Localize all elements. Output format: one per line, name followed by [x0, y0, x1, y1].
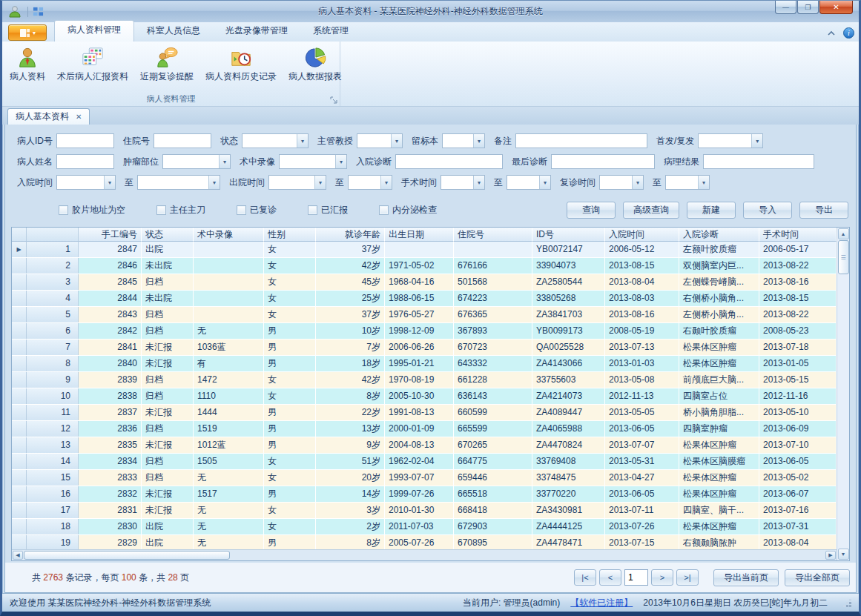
app-menu-button[interactable]: ▾: [8, 24, 47, 41]
cell[interactable]: 归档: [142, 454, 194, 469]
cell[interactable]: 归档: [142, 307, 194, 322]
export-button[interactable]: 导出: [799, 202, 848, 219]
cell[interactable]: 女: [264, 258, 316, 274]
pathology-result-input[interactable]: [703, 154, 814, 169]
cell[interactable]: 2006-05-12: [605, 242, 679, 257]
cell[interactable]: 前颅底巨大脑...: [679, 372, 759, 388]
cell[interactable]: 1505: [194, 454, 264, 469]
cell[interactable]: 2013-05-10: [759, 405, 837, 420]
import-button[interactable]: 导入: [743, 202, 792, 219]
cell[interactable]: ZA4470824: [532, 437, 605, 453]
column-header[interactable]: ID号: [532, 228, 605, 242]
cell[interactable]: 未汇报: [142, 503, 194, 518]
postop-report-button[interactable]: 术后病人汇报资料: [51, 44, 134, 85]
cell[interactable]: 女: [264, 388, 316, 404]
column-header[interactable]: 出生日期: [385, 228, 454, 242]
cell[interactable]: 2836: [79, 421, 142, 437]
cell[interactable]: 2839: [79, 372, 142, 388]
cell[interactable]: 661228: [454, 372, 532, 388]
table-row[interactable]: 122836归档1519男13岁2000-01-09665599ZA406598…: [12, 421, 837, 437]
advanced-query-button[interactable]: 高级查询: [623, 202, 679, 219]
cell[interactable]: 2013-08-22: [759, 307, 837, 322]
cell[interactable]: 男: [264, 356, 316, 371]
cell[interactable]: 1968-04-16: [385, 274, 454, 290]
cell[interactable]: 未汇报: [142, 340, 194, 355]
specimen-combo[interactable]: [442, 133, 485, 148]
chevron-down-icon[interactable]: [335, 155, 346, 168]
cell[interactable]: 右颞叶胶质瘤: [679, 323, 759, 339]
chevron-down-icon[interactable]: [751, 134, 762, 148]
table-row[interactable]: 142834归档1505女51岁1962-02-0466477533769408…: [12, 454, 837, 470]
cell[interactable]: ZA4143066: [532, 356, 605, 371]
cell[interactable]: 2004-08-13: [385, 437, 454, 453]
cell[interactable]: 501568: [454, 274, 532, 290]
cell[interactable]: 2013-08-03: [605, 291, 679, 306]
cell[interactable]: 2013-05-05: [605, 405, 679, 420]
cell[interactable]: 2829: [79, 535, 142, 549]
cell[interactable]: 1110: [194, 388, 264, 404]
cell[interactable]: 8岁: [316, 535, 385, 549]
cell[interactable]: 670265: [454, 437, 532, 453]
column-header[interactable]: 就诊年龄: [316, 228, 385, 242]
cell[interactable]: 2013-06-07: [759, 486, 837, 502]
cell[interactable]: 无: [194, 535, 264, 549]
cell[interactable]: YB0099173: [532, 323, 605, 339]
cell[interactable]: 2013-07-18: [759, 340, 837, 355]
chevron-down-icon[interactable]: [632, 176, 643, 189]
discharge-date-from-combo[interactable]: [268, 175, 326, 190]
table-row[interactable]: 92839归档1472女42岁1970-08-19661228337556032…: [12, 372, 837, 388]
checkbox-film-address-empty[interactable]: 胶片地址为空: [59, 204, 125, 216]
cell[interactable]: 2006-06-26: [385, 340, 454, 355]
cell[interactable]: 未汇报: [142, 437, 194, 453]
revisit-date-from-combo[interactable]: [599, 175, 644, 190]
table-row[interactable]: 132835未汇报1012蓝男9岁2004-08-13670265ZA44708…: [12, 437, 837, 454]
cell[interactable]: 33748475: [532, 470, 605, 486]
cell[interactable]: 45岁: [316, 274, 385, 290]
last-page-button[interactable]: >|: [676, 569, 699, 586]
cell[interactable]: 2013-06-05: [605, 421, 679, 437]
cell[interactable]: 2846: [79, 258, 142, 274]
cell[interactable]: 665518: [454, 486, 532, 502]
cell[interactable]: 2013-08-15: [759, 291, 837, 306]
chevron-down-icon[interactable]: [698, 176, 709, 189]
cell[interactable]: 9岁: [316, 437, 385, 453]
dialog-launcher-icon[interactable]: [330, 96, 337, 104]
chevron-down-icon[interactable]: [380, 176, 392, 189]
remark-input[interactable]: [515, 133, 647, 148]
cell[interactable]: ZA3430981: [532, 503, 605, 518]
table-row[interactable]: 62842归档无男10岁1998-12-09367893YB0099173200…: [12, 323, 837, 340]
cell[interactable]: 2013-07-07: [605, 437, 679, 453]
cell[interactable]: [194, 291, 264, 306]
cell[interactable]: QA0025528: [532, 340, 605, 355]
final-diagnosis-input[interactable]: [551, 154, 655, 169]
chevron-down-icon[interactable]: [473, 176, 484, 189]
revisit-date-to-combo[interactable]: [665, 175, 710, 190]
column-header[interactable]: 入院诊断: [679, 228, 759, 242]
cell[interactable]: 松果体区脑膜瘤: [679, 454, 759, 469]
cell[interactable]: 636143: [454, 388, 532, 404]
cell[interactable]: 674223: [454, 291, 532, 306]
checkbox-endocrine-exam[interactable]: 内分泌检查: [379, 204, 437, 216]
cell[interactable]: [454, 242, 532, 257]
column-header[interactable]: 状态: [142, 228, 194, 242]
cell[interactable]: 2013-01-03: [605, 356, 679, 371]
cell[interactable]: 2008-05-23: [759, 323, 837, 339]
cell[interactable]: 1962-02-04: [385, 454, 454, 469]
resize-grip[interactable]: [842, 598, 851, 607]
cell[interactable]: 18岁: [316, 356, 385, 371]
ribbon-tab-disc-tape[interactable]: 光盘录像带管理: [213, 21, 300, 42]
admission-date-to-combo[interactable]: [137, 175, 220, 190]
help-info-icon[interactable]: i: [843, 27, 854, 39]
cell[interactable]: 1993-07-07: [385, 470, 454, 486]
cell[interactable]: 归档: [142, 421, 194, 437]
chevron-down-icon[interactable]: [297, 134, 308, 148]
cell[interactable]: 男: [264, 405, 316, 420]
checkbox-icon[interactable]: [237, 205, 246, 215]
cell[interactable]: 3岁: [316, 503, 385, 518]
intraop-video-combo[interactable]: [279, 154, 347, 169]
cell[interactable]: 男: [264, 340, 316, 355]
cell[interactable]: 2008-05-19: [605, 323, 679, 339]
cell[interactable]: YB0072147: [532, 242, 605, 257]
cell[interactable]: 1012蓝: [194, 437, 264, 453]
new-button[interactable]: 新建: [687, 202, 736, 219]
